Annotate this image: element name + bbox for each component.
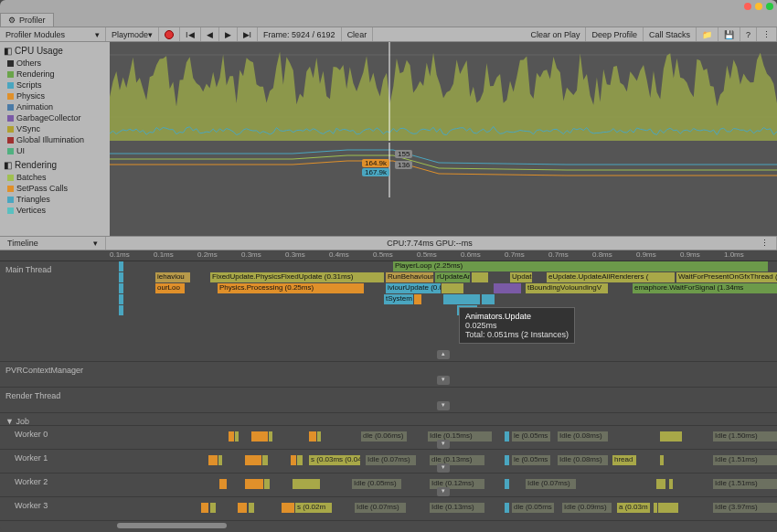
timeline-bar[interactable]: emaphore.WaitForSignal (1.34ms <box>633 283 777 293</box>
timeline-bar[interactable]: Idle (0.07ms) <box>366 455 416 465</box>
deep-profile-toggle[interactable]: Deep Profile <box>586 27 644 41</box>
timeline-bar[interactable] <box>482 294 495 304</box>
expand-icon[interactable]: ▴ <box>437 350 450 359</box>
timeline-bar[interactable] <box>251 431 268 442</box>
legend-item[interactable]: Others <box>4 58 106 69</box>
chart-area[interactable]: Selected: Animators.Update 4ms (250FPS) … <box>110 42 777 236</box>
timeline-bar[interactable]: Idle (1.51ms) <box>713 479 777 489</box>
legend-item[interactable]: Scripts <box>4 80 106 90</box>
timeline-bar[interactable] <box>219 479 227 489</box>
record-button[interactable] <box>159 27 180 41</box>
cpu-usage-header[interactable]: ◧ CPU Usage <box>4 44 106 58</box>
timeline-bar[interactable]: iviourUpdate (0.0 <box>386 283 441 293</box>
timeline-bar[interactable] <box>218 455 222 465</box>
timeline-bar[interactable]: Idle (0.09ms) <box>562 503 612 513</box>
timeline-bar[interactable]: ourLoo <box>155 283 185 293</box>
pvr-content[interactable]: ▾ <box>110 362 777 387</box>
timeline-bar[interactable]: dle (0.05ms <box>512 503 554 513</box>
timeline-bar[interactable]: Idle (0.07ms) <box>526 479 576 489</box>
timeline-bar[interactable] <box>262 455 268 465</box>
timeline-bar[interactable] <box>269 431 272 442</box>
timeline-view-dropdown[interactable]: Timeline ▾ <box>0 237 106 250</box>
load-button[interactable]: 📁 <box>697 27 718 41</box>
timeline-bar[interactable]: Updat <box>510 272 532 282</box>
timeline-bar[interactable] <box>505 503 509 513</box>
timeline-bar[interactable] <box>119 294 123 304</box>
legend-item[interactable]: UI <box>4 145 106 156</box>
timeline-bar[interactable]: eUpdate.UpdateAllRenderers ( <box>547 272 675 282</box>
timeline-bar[interactable]: Idle (0.08ms) <box>558 455 608 465</box>
legend-item[interactable]: SetPass Calls <box>4 183 106 194</box>
timeline-bar[interactable] <box>245 455 261 465</box>
timeline-bar[interactable] <box>505 479 509 489</box>
min-dot[interactable] <box>755 3 762 10</box>
timeline-bar[interactable]: Idle (0.07ms) <box>355 503 406 513</box>
timeline-bar[interactable] <box>443 294 480 304</box>
timeline-bar[interactable] <box>208 455 218 465</box>
timeline-bar[interactable] <box>119 272 123 282</box>
expand-icon[interactable]: ▾ <box>437 440 450 449</box>
timeline-bar[interactable]: tSystem <box>384 294 413 304</box>
h-scrollbar[interactable] <box>0 521 777 530</box>
timeline-bar[interactable] <box>291 455 296 465</box>
timeline-bar[interactable]: WaitForPresentOnGfxThread (1.3 <box>676 272 777 282</box>
legend-item[interactable]: Batches <box>4 172 106 183</box>
timeline-bar[interactable]: tBoundingVoloundingV <box>526 283 608 293</box>
timeline-bar[interactable]: Idle (1.50ms) <box>713 431 777 442</box>
expand-icon[interactable]: ▾ <box>437 463 450 473</box>
rendering-header[interactable]: ◧ Rendering <box>4 158 106 172</box>
worker-content[interactable]: s (0.02mIdle (0.07ms)Idle (0.13ms)dle (0… <box>110 497 777 520</box>
scroll-thumb[interactable] <box>117 523 227 528</box>
menu-button[interactable]: ⋮ <box>757 27 777 41</box>
timeline-bar[interactable] <box>414 294 421 304</box>
render-content[interactable]: ▾ <box>110 388 777 412</box>
legend-item[interactable]: Global Illumination <box>4 134 106 145</box>
timeline-bar[interactable] <box>656 479 665 489</box>
main-thread-content[interactable]: ▴ Animators.Update 0.025ms Total: 0.051m… <box>110 261 777 361</box>
job-label[interactable]: ▼ Job <box>0 413 110 425</box>
timeline-bar[interactable] <box>238 503 247 513</box>
close-dot[interactable] <box>744 3 751 10</box>
legend-item[interactable]: Rendering <box>4 69 106 80</box>
worker-content[interactable]: Idle (0.05ms)Idle (0.12ms)Idle (0.07ms)I… <box>110 473 777 496</box>
timeline-bar[interactable] <box>249 503 254 513</box>
timeline-bar[interactable] <box>317 431 321 442</box>
timeline-bar[interactable]: PlayerLoop (2.25ms) <box>393 261 768 271</box>
timeline-bar[interactable]: hread <box>612 455 636 465</box>
legend-item[interactable]: Vertices <box>4 205 106 216</box>
timeline-bar[interactable] <box>309 431 316 442</box>
timeline-bar[interactable] <box>297 455 303 465</box>
expand-icon[interactable]: ▾ <box>437 376 450 385</box>
timeline-bar[interactable]: le (0.05ms <box>512 431 550 442</box>
timeline-bar[interactable] <box>442 283 463 293</box>
save-button[interactable]: 💾 <box>718 27 740 41</box>
timeline-bar[interactable]: Idle (0.08ms) <box>558 431 608 442</box>
worker-content[interactable]: dle (0.06ms)Idle (0.15ms)le (0.05msIdle … <box>110 426 777 449</box>
legend-item[interactable]: GarbageCollector <box>4 112 106 123</box>
legend-item[interactable]: VSync <box>4 123 106 134</box>
timeline-bar[interactable] <box>494 283 521 293</box>
timeline-bar[interactable] <box>669 479 673 489</box>
max-dot[interactable] <box>766 3 773 10</box>
clear-button[interactable]: Clear <box>342 27 374 41</box>
timeline-bar[interactable] <box>658 503 678 513</box>
timeline-bar[interactable]: iehaviou <box>155 272 190 282</box>
timeline-bar[interactable]: RunBehaviourUp <box>386 272 433 282</box>
timeline-bar[interactable]: Idle (3.97ms) <box>713 503 777 513</box>
timeline-bar[interactable] <box>201 503 208 513</box>
timeline-bar[interactable] <box>472 272 488 282</box>
forward-button[interactable]: ▶ <box>219 27 238 41</box>
legend-item[interactable]: Animation <box>4 101 106 112</box>
worker-content[interactable]: s (0.03ms (0.04Idle (0.07ms)dle (0.13ms)… <box>110 450 777 473</box>
timeline-menu[interactable]: ⋮ <box>753 237 777 250</box>
back-button[interactable]: ◀ <box>201 27 219 41</box>
timeline-bar[interactable] <box>505 431 509 442</box>
timeline-bar[interactable] <box>282 503 294 513</box>
timeline-bar[interactable] <box>245 479 263 489</box>
timeline-bar[interactable]: le (0.05ms <box>512 455 550 465</box>
timeline-bar[interactable] <box>264 479 270 489</box>
timeline-bar[interactable] <box>660 455 664 465</box>
timeline-bar[interactable] <box>119 283 123 293</box>
legend-item[interactable]: Triangles <box>4 194 106 205</box>
timeline-bar[interactable]: Physics.Processing (0.25ms) <box>218 283 364 293</box>
